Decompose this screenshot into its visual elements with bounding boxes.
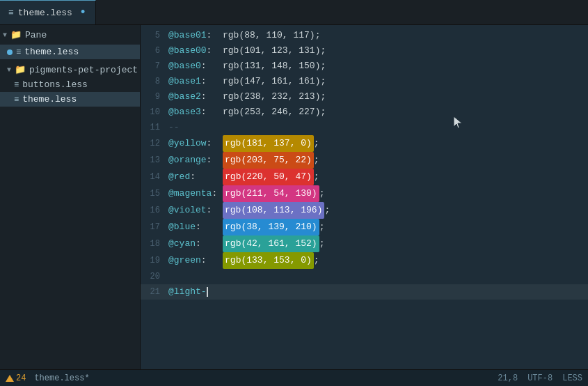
line-num-14: 14 (141, 169, 168, 185)
line-num-11: 11 (141, 120, 168, 135)
line-content-12: @yellow: rgb(181, 137, 0); (168, 135, 588, 152)
line-14: 14 @red: rgb(220, 50, 47); (141, 169, 588, 185)
main-area: ▼ 📁 Pane ≡ theme.less ▼ 📁 pigments-pet-p… (0, 25, 588, 369)
pane-folder-icon: 📁 (10, 29, 22, 40)
line-num-6: 6 (141, 43, 168, 59)
line-num-12: 12 (141, 136, 168, 151)
sidebar-item-theme-less-bottom[interactable]: ≡ theme.less (0, 92, 140, 107)
line-10: 10 @base3: rgb(253, 246, 227); (141, 105, 588, 120)
line-content-8: @base1: rgb(147, 161, 161); (168, 74, 588, 89)
line-19: 19 @green: rgb(133, 153, 0); (141, 252, 588, 269)
line-content-17: @blue: rgb(38, 139, 210); (168, 219, 588, 236)
active-dot-icon (7, 49, 13, 55)
status-right-area: 21,8 UTF-8 LESS (498, 373, 582, 383)
sidebar-theme-less-top-label: theme.less (24, 47, 79, 57)
warning-triangle-icon (6, 375, 14, 382)
line-content-9: @base2: rgb(238, 232, 213); (168, 89, 588, 105)
line-21: 21 @light- (141, 284, 588, 300)
line-5: 5 @base01: rgb(88, 110, 117); (141, 28, 588, 43)
line-content-15: @magenta: rgb(211, 54, 130); (168, 185, 588, 202)
line-11: 11 -- (141, 120, 588, 135)
line-18: 18 @cyan: rgb(42, 161, 152); (141, 236, 588, 252)
line-17: 17 @blue: rgb(38, 139, 210); (141, 219, 588, 236)
sidebar-pane-header[interactable]: ▼ 📁 Pane (0, 25, 140, 45)
sidebar: ▼ 📁 Pane ≡ theme.less ▼ 📁 pigments-pet-p… (0, 25, 141, 369)
line-num-5: 5 (141, 28, 168, 43)
line-content-19: @green: rgb(133, 153, 0); (168, 252, 588, 269)
line-15: 15 @magenta: rgb(211, 54, 130); (141, 185, 588, 202)
status-cursor-pos: 21,8 (498, 373, 518, 383)
sidebar-pane-label: Pane (25, 30, 47, 40)
line-num-8: 8 (141, 74, 168, 89)
tab-label: theme.less (18, 8, 72, 18)
sidebar-folder-pigments[interactable]: ▼ 📁 pigments-pet-project (0, 62, 140, 77)
line-content-13: @orange: rgb(203, 75, 22); (168, 152, 588, 169)
line-content-18: @cyan: rgb(42, 161, 152); (168, 236, 588, 252)
line-16: 16 @violet: rgb(108, 113, 196); (141, 202, 588, 219)
line-num-20: 20 (141, 269, 168, 284)
status-encoding: UTF-8 (527, 373, 553, 383)
line-6: 6 @base00: rgb(101, 123, 131); (141, 43, 588, 59)
tab-modified-dot: • (79, 6, 87, 20)
line-8: 8 @base1: rgb(147, 161, 161); (141, 74, 588, 89)
status-filename: theme.less* (34, 373, 89, 383)
line-num-13: 13 (141, 153, 168, 168)
pane-arrow-icon: ▼ (3, 31, 7, 39)
sidebar-buttons-less-label: buttons.less (22, 79, 88, 90)
line-content-16: @violet: rgb(108, 113, 196); (168, 202, 588, 219)
folder-icon: 📁 (15, 64, 26, 75)
buttons-less-icon: ≡ (14, 80, 19, 90)
line-num-7: 7 (141, 59, 168, 74)
line-num-19: 19 (141, 253, 168, 268)
line-num-16: 16 (141, 203, 168, 218)
editor-lines: 5 @base01: rgb(88, 110, 117); 6 @base00:… (141, 25, 588, 302)
line-num-17: 17 (141, 219, 168, 235)
line-num-15: 15 (141, 186, 168, 201)
line-7: 7 @base0: rgb(131, 148, 150); (141, 59, 588, 74)
line-content-5: @base01: rgb(88, 110, 117); (168, 28, 588, 43)
line-9: 9 @base2: rgb(238, 232, 213); (141, 89, 588, 105)
status-warning-area[interactable]: 24 (6, 373, 26, 383)
line-num-21: 21 (141, 284, 168, 300)
line-content-6: @base00: rgb(101, 123, 131); (168, 43, 588, 59)
editor-area[interactable]: 5 @base01: rgb(88, 110, 117); 6 @base00:… (141, 25, 588, 369)
line-content-10: @base3: rgb(253, 246, 227); (168, 105, 588, 120)
theme-less-file-icon-top: ≡ (16, 47, 21, 57)
tab-bar: ≡ theme.less • (0, 0, 588, 25)
line-content-14: @red: rgb(220, 50, 47); (168, 169, 588, 185)
line-num-10: 10 (141, 105, 168, 120)
line-num-9: 9 (141, 89, 168, 105)
tab-theme-less[interactable]: ≡ theme.less • (0, 0, 96, 24)
line-num-18: 18 (141, 236, 168, 252)
status-bar: 24 theme.less* 21,8 UTF-8 LESS (0, 369, 588, 386)
theme-less-file-icon-bottom: ≡ (14, 95, 19, 105)
line-13: 13 @orange: rgb(203, 75, 22); (141, 152, 588, 169)
warning-count: 24 (16, 373, 26, 383)
line-content-21: @light- (168, 284, 588, 300)
sidebar-theme-less-bottom-label: theme.less (22, 94, 77, 105)
status-language: LESS (562, 373, 582, 383)
line-content-11: -- (168, 120, 588, 135)
folder-arrow-icon: ▼ (7, 66, 11, 74)
sidebar-folder-label: pigments-pet-project (29, 65, 138, 75)
file-icon: ≡ (8, 8, 14, 18)
line-12: 12 @yellow: rgb(181, 137, 0); (141, 135, 588, 152)
sidebar-item-buttons-less[interactable]: ≡ buttons.less (0, 77, 140, 92)
line-20: 20 (141, 269, 588, 284)
text-cursor (207, 287, 208, 297)
line-content-7: @base0: rgb(131, 148, 150); (168, 59, 588, 74)
sidebar-item-theme-less-active[interactable]: ≡ theme.less (0, 45, 140, 59)
